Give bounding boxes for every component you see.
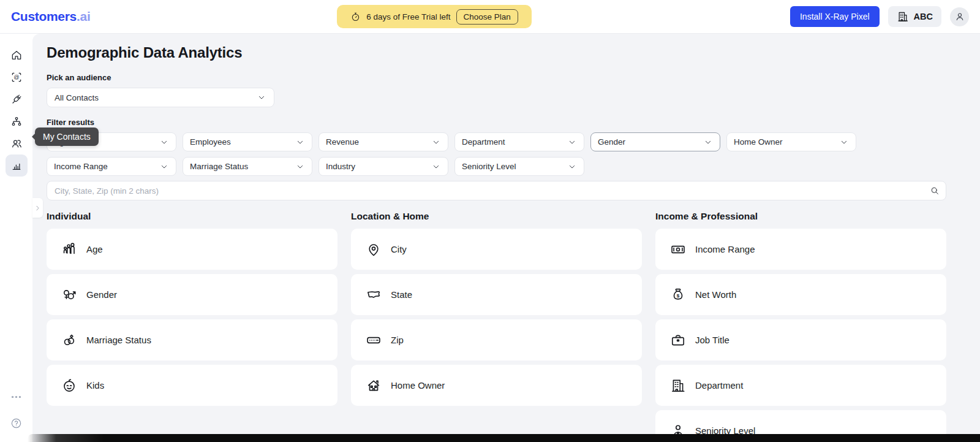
choose-plan-button[interactable]: Choose Plan [456, 9, 518, 25]
filter-dropdown-label: Revenue [326, 137, 359, 147]
search-box [47, 181, 946, 200]
card-kids[interactable]: Kids [47, 365, 337, 406]
filter-row-2: Income RangeMarriage StatusIndustrySenio… [47, 157, 946, 176]
filter-dropdown-label: Department [462, 137, 505, 147]
filter-dropdown-seniority-level[interactable]: Seniority Level [454, 157, 584, 176]
filter-results-label: Filter results [47, 118, 946, 127]
audience-value: All Contacts [55, 93, 99, 102]
home-icon [10, 49, 23, 61]
logo-text: Customers [11, 9, 77, 23]
card-label: City [391, 244, 407, 254]
card-job-title[interactable]: Job Title [655, 319, 946, 360]
filter-dropdown-gender[interactable]: Gender [590, 132, 720, 151]
workspace-label: ABC [914, 12, 933, 21]
filter-dropdown-label: Home Owner [734, 137, 783, 147]
chevron-down-icon [159, 162, 169, 172]
help-icon [10, 417, 22, 429]
filter-dropdown-department[interactable]: Department [454, 132, 584, 151]
card-label: Income Range [695, 244, 755, 254]
top-bar: Customers.ai 6 days of Free Trial left C… [0, 0, 980, 34]
house-icon [366, 378, 382, 394]
chevron-right-icon [34, 204, 42, 212]
filter-dropdown-revenue[interactable]: Revenue [318, 132, 448, 151]
attribute-grid: IndividualAgeGenderMarriage StatusKidsLo… [47, 211, 946, 442]
audience-select[interactable]: All Contacts [47, 88, 274, 107]
card-department[interactable]: Department [655, 365, 946, 406]
search-icon[interactable] [930, 186, 940, 196]
chevron-down-icon [257, 93, 266, 102]
section-title: Income & Professional [655, 211, 946, 222]
filter-dropdown-label: Industry [326, 162, 355, 171]
marriage-icon [61, 332, 77, 348]
building-icon [897, 10, 909, 23]
card-label: State [391, 289, 412, 300]
card-state[interactable]: State [351, 274, 642, 315]
sidebar-main-items: @ [6, 44, 28, 177]
tooltip-text: My Contacts [43, 132, 91, 142]
chevron-down-icon [295, 162, 305, 172]
workspace-button[interactable]: ABC [888, 6, 941, 27]
timer-icon [350, 12, 361, 22]
card-label: Marriage Status [86, 335, 151, 345]
city-pin-icon [366, 242, 382, 257]
card-label: Department [695, 380, 743, 391]
svg-text:@: @ [13, 74, 19, 80]
building-icon [670, 378, 686, 394]
filter-dropdown-home-owner[interactable]: Home Owner [726, 132, 856, 151]
people-icon [10, 137, 23, 150]
card-age[interactable]: Age [47, 229, 337, 270]
sidebar-footer [7, 387, 26, 442]
card-city[interactable]: City [351, 229, 642, 270]
plug-icon [10, 93, 23, 105]
sidebar-item-home[interactable] [6, 44, 28, 66]
briefcase-icon [670, 332, 686, 348]
audience-label: Pick an audience [47, 73, 946, 82]
avatar[interactable] [950, 7, 969, 26]
chevron-down-icon [159, 137, 169, 147]
filter-dropdown-label: Gender [598, 137, 625, 147]
section-location-home: Location & HomeCityStateZipHome Owner [351, 211, 642, 442]
chevron-down-icon [431, 162, 441, 172]
hierarchy-icon [10, 115, 23, 128]
card-marriage-status[interactable]: Marriage Status [47, 319, 337, 360]
section-title: Individual [47, 211, 337, 222]
section-title: Location & Home [351, 211, 642, 222]
card-label: Age [86, 244, 103, 254]
chevron-down-icon [431, 137, 441, 147]
card-zip[interactable]: Zip [351, 319, 642, 360]
chevron-down-icon [567, 162, 577, 172]
filter-dropdown-industry[interactable]: Industry [318, 157, 448, 176]
card-income-range[interactable]: Income Range [655, 229, 946, 270]
filter-dropdown-income-range[interactable]: Income Range [47, 157, 176, 176]
sidebar-expand-button[interactable] [32, 198, 43, 218]
card-home-owner[interactable]: Home Owner [351, 365, 642, 406]
location-search-input[interactable] [47, 181, 946, 200]
sidebar-help-button[interactable] [7, 414, 26, 432]
chevron-down-icon [703, 137, 713, 147]
filter-dropdown-marriage-status[interactable]: Marriage Status [183, 157, 312, 176]
age-icon [61, 242, 77, 257]
sidebar-item-my-contacts[interactable] [6, 132, 28, 154]
card-net-worth[interactable]: $Net Worth [655, 274, 946, 315]
filter-dropdown-employees[interactable]: Employees [183, 132, 312, 151]
sidebar-item-analytics[interactable] [6, 154, 28, 177]
sidebar-item-integrations[interactable] [6, 88, 28, 110]
card-gender[interactable]: Gender [47, 274, 337, 315]
zip-icon [366, 332, 382, 348]
section-income-professional: Income & ProfessionalIncome Range$Net Wo… [655, 211, 946, 442]
logo[interactable]: Customers.ai [0, 9, 90, 24]
install-xray-pixel-button[interactable]: Install X-Ray Pixel [790, 6, 880, 27]
card-label: Net Worth [695, 289, 736, 300]
at-scan-icon: @ [10, 71, 23, 83]
sidebar-item-lead-capture[interactable]: @ [6, 66, 28, 88]
main-content: Demographic Data Analytics Pick an audie… [32, 34, 980, 442]
user-icon [954, 11, 965, 22]
card-label: Zip [391, 335, 404, 345]
trial-banner: 6 days of Free Trial left Choose Plan [337, 5, 532, 28]
trial-text: 6 days of Free Trial left [366, 12, 450, 21]
sidebar-more-button[interactable] [7, 387, 26, 406]
chevron-down-icon [567, 137, 577, 147]
sidebar-item-automation[interactable] [6, 110, 28, 132]
page-title: Demographic Data Analytics [47, 44, 946, 61]
my-contacts-tooltip: My Contacts [35, 128, 99, 146]
